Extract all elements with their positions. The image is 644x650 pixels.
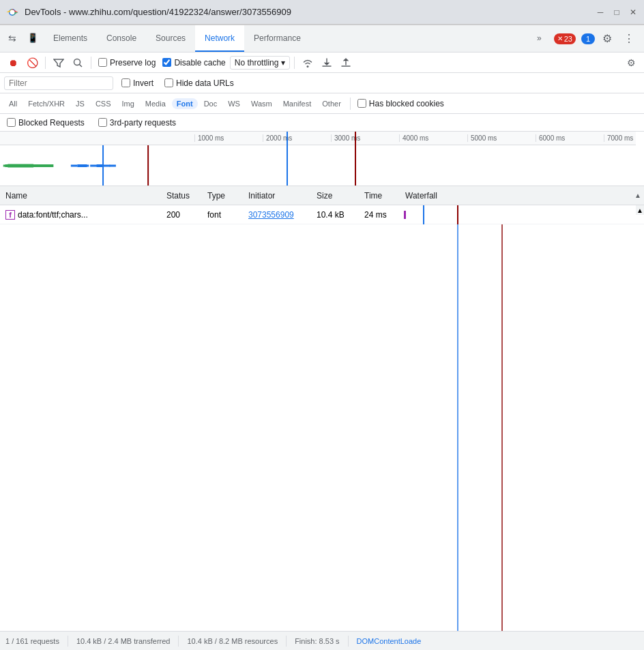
throttle-select[interactable]: No throttling ▾	[230, 56, 291, 70]
blocked-requests-input[interactable]	[7, 118, 16, 127]
export-button[interactable]	[337, 54, 355, 72]
row-name-text: data:font/ttf;chars...	[18, 210, 88, 220]
row-waterfall	[402, 205, 644, 224]
status-domcontent[interactable]: DOMContentLoade	[357, 637, 422, 645]
minimize-button[interactable]: ─	[595, 7, 606, 18]
search-button[interactable]	[69, 54, 87, 72]
preserve-log-input[interactable]	[98, 58, 107, 67]
type-wasm[interactable]: Wasm	[246, 98, 277, 109]
devtools-icon[interactable]: ⇆	[3, 25, 22, 52]
status-resources: 10.4 kB / 8.2 MB resources	[187, 637, 278, 645]
type-fetch[interactable]: Fetch/XHR	[23, 98, 70, 109]
invert-input[interactable]	[121, 78, 130, 87]
error-badge: ✕23	[554, 33, 576, 44]
row-status: 200	[164, 210, 205, 220]
record-button[interactable]: ⏺	[4, 54, 22, 72]
tab-network[interactable]: Network	[195, 25, 244, 52]
status-requests: 1 / 161 requests	[5, 637, 59, 645]
third-party-input[interactable]	[98, 118, 107, 127]
has-blocked-checkbox[interactable]: Has blocked cookies	[355, 99, 447, 108]
close-button[interactable]: ✕	[628, 7, 639, 18]
tab-console[interactable]: Console	[97, 25, 146, 52]
svg-point-1	[10, 10, 15, 14]
chrome-icon	[5, 5, 19, 19]
filter-input[interactable]	[4, 76, 113, 90]
col-header-status[interactable]: Status	[164, 191, 205, 201]
hide-data-checkbox[interactable]: Hide data URLs	[162, 78, 237, 88]
throttle-chevron: ▾	[281, 58, 285, 68]
tick-5000: 5000 ms	[467, 134, 536, 142]
type-doc[interactable]: Doc	[199, 98, 222, 109]
tab-performance[interactable]: Performance	[244, 25, 310, 52]
tick-3000: 3000 ms	[331, 134, 399, 142]
tab-sources[interactable]: Sources	[146, 25, 195, 52]
disable-cache-input[interactable]	[162, 58, 171, 67]
waterfall-red-line	[457, 205, 458, 224]
maximize-button[interactable]: □	[611, 7, 622, 18]
scroll-up[interactable]: ▲	[636, 205, 644, 215]
type-media[interactable]: Media	[141, 98, 171, 109]
type-css[interactable]: CSS	[91, 98, 116, 109]
type-font[interactable]: Font	[172, 98, 198, 109]
console-badge: 1	[581, 33, 595, 44]
table-row[interactable]: f data:font/ttf;chars... 200 font 307355…	[0, 205, 644, 224]
import-button[interactable]	[318, 54, 336, 72]
window-title: DevTools - www.zhihu.com/question/419223…	[25, 7, 589, 17]
type-img[interactable]: Img	[117, 98, 139, 109]
third-party-checkbox[interactable]: 3rd-party requests	[96, 118, 179, 128]
type-ws[interactable]: WS	[223, 98, 245, 109]
col-header-type[interactable]: Type	[205, 191, 246, 201]
tick-4000: 4000 ms	[399, 134, 467, 142]
waterfall-lines	[368, 224, 636, 631]
has-blocked-input[interactable]	[357, 99, 366, 108]
svg-line-3	[79, 64, 82, 67]
sort-icon: ▲	[634, 192, 641, 199]
col-header-name[interactable]: Name	[0, 191, 164, 201]
blocked-requests-checkbox[interactable]: Blocked Requests	[4, 118, 87, 128]
network-settings-button[interactable]: ⚙	[622, 54, 640, 72]
svg-point-2	[74, 59, 80, 65]
status-transferred: 10.4 kB / 2.4 MB transferred	[76, 637, 171, 645]
hide-data-input[interactable]	[164, 78, 173, 87]
row-time: 24 ms	[362, 210, 402, 220]
wf-blue-vline	[457, 224, 458, 631]
waterfall-blue-line	[423, 205, 424, 224]
settings-tab-button[interactable]: ⚙	[598, 29, 617, 48]
preserve-log-checkbox[interactable]: Preserve log	[96, 58, 158, 68]
wf-red-vline	[501, 224, 503, 631]
tab-more[interactable]: »	[527, 33, 551, 44]
type-js[interactable]: JS	[71, 98, 89, 109]
more-tab-button[interactable]: ⋮	[619, 29, 639, 48]
col-header-waterfall[interactable]: Waterfall ▲	[402, 191, 644, 201]
type-all[interactable]: All	[4, 98, 22, 109]
tick-2000: 2000 ms	[263, 134, 331, 142]
row-initiator: 3073556909	[246, 210, 314, 220]
invert-checkbox[interactable]: Invert	[119, 78, 156, 88]
row-size: 10.4 kB	[314, 210, 362, 220]
disable-cache-checkbox[interactable]: Disable cache	[160, 58, 228, 68]
responsive-icon[interactable]: 📱	[22, 25, 44, 52]
filter-button[interactable]	[50, 54, 68, 72]
load-line	[355, 132, 356, 186]
type-manifest[interactable]: Manifest	[278, 98, 317, 109]
dom-line	[287, 132, 288, 186]
wifi-button[interactable]	[299, 54, 317, 72]
col-header-initiator[interactable]: Initiator	[246, 191, 314, 201]
type-other[interactable]: Other	[317, 98, 346, 109]
row-font-icon: f	[5, 210, 15, 220]
status-finish: Finish: 8.53 s	[295, 637, 339, 645]
col-header-time[interactable]: Time	[362, 191, 402, 201]
tab-elements[interactable]: Elements	[44, 25, 97, 52]
tick-1000: 1000 ms	[194, 134, 263, 142]
row-type: font	[205, 210, 246, 220]
tick-7000: 7000 ms	[604, 134, 636, 142]
col-header-size[interactable]: Size	[314, 191, 362, 201]
clear-button[interactable]: 🚫	[23, 54, 41, 72]
tick-6000: 6000 ms	[536, 134, 604, 142]
